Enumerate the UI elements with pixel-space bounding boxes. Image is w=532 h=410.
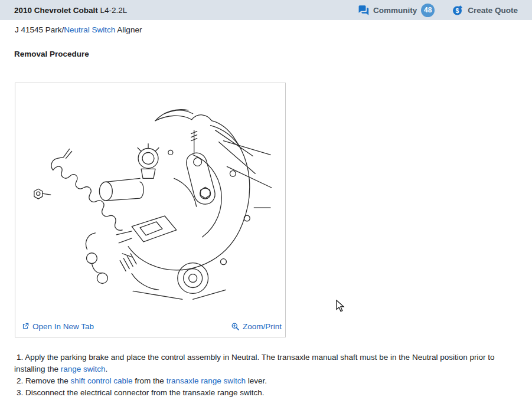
- page: 2010 Chevrolet Cobalt L4-2.2L Community …: [0, 0, 532, 410]
- step-3-text: 3. Disconnect the electrical connector f…: [17, 388, 264, 397]
- engine-diagram-illustration: [15, 83, 285, 319]
- neutral-switch-link[interactable]: Neutral Switch: [64, 25, 115, 34]
- diagram-figure: Open In New Tab Zoom/Print: [15, 83, 286, 337]
- community-label: Community: [373, 6, 417, 15]
- vehicle-engine: L4-2.2L: [100, 6, 128, 15]
- section-heading: Removal Procedure: [14, 48, 520, 60]
- shift-control-cable-link[interactable]: shift control cable: [71, 376, 133, 385]
- svg-text:$: $: [456, 7, 459, 14]
- range-switch-link[interactable]: range switch: [61, 365, 106, 373]
- step-1: 1. Apply the parking brake and place the…: [14, 352, 520, 375]
- step-1-text-end: .: [106, 365, 108, 373]
- step-2-text-mid: from the: [133, 376, 167, 385]
- tool-line: J 41545 Park/Neutral Switch Aligner: [15, 24, 520, 36]
- create-quote-icon: $: [452, 5, 464, 16]
- figure-toolbar: Open In New Tab Zoom/Print: [15, 319, 285, 337]
- vehicle-name: 2010 Chevrolet Cobalt: [14, 6, 98, 15]
- article: J 41545 Park/Neutral Switch Aligner Remo…: [0, 24, 532, 399]
- engine-diagram-svg: [17, 84, 284, 318]
- open-in-new-tab-label: Open In New Tab: [32, 322, 94, 331]
- step-2-text: 2. Remove the: [17, 376, 71, 385]
- procedure-steps: 1. Apply the parking brake and place the…: [14, 352, 520, 399]
- community-icon: [358, 5, 369, 15]
- open-in-new-tab-link[interactable]: Open In New Tab: [21, 322, 94, 331]
- community-count-badge: 48: [421, 4, 435, 17]
- tool-line-text-before: J 41545 Park/: [15, 25, 64, 34]
- zoom-print-label: Zoom/Print: [243, 322, 282, 331]
- community-button[interactable]: Community 48: [358, 4, 435, 17]
- step-2: 2. Remove the shift control cable from t…: [14, 375, 520, 387]
- zoom-print-link[interactable]: Zoom/Print: [231, 322, 282, 331]
- external-link-icon: [21, 322, 30, 330]
- magnifier-plus-icon: [231, 322, 240, 331]
- tool-line-text-after: Aligner: [115, 25, 142, 34]
- transaxle-range-switch-link[interactable]: transaxle range switch: [167, 376, 246, 385]
- create-quote-button[interactable]: $ Create Quote: [452, 5, 518, 16]
- create-quote-label: Create Quote: [468, 6, 518, 15]
- step-2-text-end: lever.: [246, 376, 267, 385]
- topbar-actions: Community 48 $ Create Quote: [358, 4, 518, 17]
- top-bar: 2010 Chevrolet Cobalt L4-2.2L Community …: [0, 0, 532, 20]
- vehicle-title: 2010 Chevrolet Cobalt L4-2.2L: [14, 6, 127, 15]
- step-3: 3. Disconnect the electrical connector f…: [14, 387, 520, 399]
